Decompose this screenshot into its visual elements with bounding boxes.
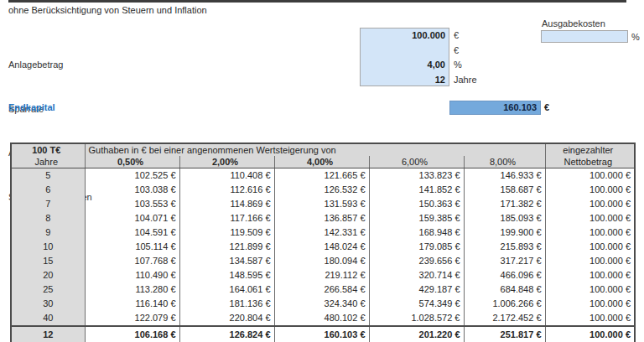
- rate-header-400: 4,00%: [274, 156, 369, 168]
- value-cell: 106.168 €: [85, 326, 179, 342]
- value-cell: 121.899 €: [179, 240, 274, 254]
- value-cell: 266.584 €: [274, 282, 369, 297]
- value-cell: 201.220 €: [369, 326, 464, 342]
- year-cell: 12: [11, 326, 85, 342]
- rate-header-600: 6,00%: [369, 156, 464, 168]
- year-cell: 40: [11, 311, 85, 326]
- value-cell: 199.900 €: [464, 225, 545, 240]
- value-cell: 324.340 €: [274, 297, 369, 311]
- value-cell: 100.000 €: [545, 254, 635, 268]
- value-cell: 684.848 €: [464, 282, 545, 297]
- table-row: 7103.553 €114.869 €131.593 €150.363 €171…: [11, 197, 635, 211]
- value-cell: 179.085 €: [369, 240, 464, 254]
- value-cell: 103.038 €: [85, 183, 179, 197]
- value-cell: 100.000 €: [545, 311, 635, 326]
- value-cell: 164.061 €: [179, 282, 274, 297]
- value-cell: 113.280 €: [85, 282, 179, 297]
- value-cell: 215.893 €: [464, 240, 545, 254]
- value-cell: 317.217 €: [464, 254, 545, 268]
- value-cell: 116.140 €: [85, 297, 179, 311]
- value-cell: 168.948 €: [369, 225, 464, 240]
- table-row: 15107.768 €134.587 €180.094 €239.656 €31…: [11, 254, 635, 268]
- table-row: 8104.071 €117.166 €136.857 €159.385 €185…: [11, 211, 635, 225]
- value-cell: 1.028.572 €: [369, 311, 464, 326]
- value-cell: 160.103 €: [274, 326, 369, 342]
- year-cell: 20: [11, 268, 85, 282]
- value-cell: 219.112 €: [274, 268, 369, 282]
- value-cell: 104.591 €: [85, 225, 179, 240]
- nettobetrag-header-bottom: Nettobetrag: [545, 156, 635, 168]
- value-cell: 100.000 €: [545, 282, 635, 297]
- value-cell: 100.000 €: [545, 197, 635, 211]
- value-cell: 100.000 €: [545, 168, 635, 184]
- corner-header: 100 T€: [11, 143, 85, 156]
- value-cell: 220.804 €: [179, 311, 274, 326]
- table-row: 40122.079 €220.804 €480.102 €1.028.572 €…: [11, 311, 635, 326]
- rate-header-200: 2,00%: [179, 156, 274, 168]
- sparrate-input[interactable]: [361, 44, 449, 59]
- table-row: 10105.114 €121.899 €148.024 €179.085 €21…: [11, 240, 635, 254]
- value-cell: 181.136 €: [179, 297, 274, 311]
- nettobetrag-header-top: eingezahlter: [545, 143, 635, 156]
- value-cell: 100.000 €: [545, 183, 635, 197]
- value-cell: 239.656 €: [369, 254, 464, 268]
- anlageerfolg-input[interactable]: 4,00: [361, 58, 449, 73]
- table-body: 5102.525 €110.408 €121.665 €133.823 €146…: [11, 168, 635, 342]
- value-cell: 107.768 €: [85, 254, 179, 268]
- value-cell: 114.869 €: [179, 197, 274, 211]
- value-cell: 142.331 €: [274, 225, 369, 240]
- year-cell: 5: [11, 168, 85, 184]
- year-cell: 7: [11, 197, 85, 211]
- value-cell: 2.172.452 €: [464, 311, 545, 326]
- year-cell: 15: [11, 254, 85, 268]
- ausgabekosten-label: Ausgabekosten: [542, 18, 605, 28]
- value-cell: 148.595 €: [179, 268, 274, 282]
- table-row: 5102.525 €110.408 €121.665 €133.823 €146…: [11, 168, 635, 184]
- value-cell: 103.553 €: [85, 197, 179, 211]
- table-highlight-row: 12106.168 €126.824 €160.103 €201.220 €25…: [11, 326, 635, 342]
- table-row: 9104.591 €119.509 €142.331 €168.948 €199…: [11, 225, 635, 240]
- sheet-subtitle: ohne Berücksichtigung von Steuern und In…: [8, 5, 207, 15]
- value-cell: 480.102 €: [274, 311, 369, 326]
- value-cell: 146.933 €: [464, 168, 545, 184]
- span-header: Guthaben in € bei einer angenommenen Wer…: [85, 143, 545, 156]
- value-cell: 134.587 €: [179, 254, 274, 268]
- value-cell: 466.096 €: [464, 268, 545, 282]
- anlagebetrag-input[interactable]: 100.000: [361, 28, 449, 44]
- value-cell: 150.363 €: [369, 197, 464, 211]
- value-cell: 180.094 €: [274, 254, 369, 268]
- spreadsheet-page: { "subtitle": "ohne Berücksichtigung von…: [0, 0, 644, 342]
- ausgabekosten-input[interactable]: [541, 30, 628, 43]
- year-cell: 30: [11, 297, 85, 311]
- value-cell: 171.382 €: [464, 197, 545, 211]
- value-cell: 102.525 €: [85, 168, 179, 184]
- input-field-block: 100.000 4,00 12: [360, 28, 449, 86]
- value-cell: 1.006.266 €: [464, 297, 545, 311]
- endkapital-unit: €: [544, 102, 549, 112]
- value-cell: 121.665 €: [274, 168, 369, 184]
- top-divider-bar: [8, 0, 626, 3]
- value-cell: 112.616 €: [179, 183, 274, 197]
- year-cell: 25: [11, 282, 85, 297]
- value-cell: 110.408 €: [179, 168, 274, 184]
- value-cell: 100.000 €: [545, 225, 635, 240]
- endkapital-label: Endkapital: [8, 102, 55, 112]
- table-row: 25113.280 €164.061 €266.584 €429.187 €68…: [11, 282, 635, 297]
- jahre-header: Jahre: [11, 156, 85, 168]
- value-cell: 117.166 €: [179, 211, 274, 225]
- value-cell: 251.817 €: [464, 326, 545, 342]
- value-cell: 136.857 €: [274, 211, 369, 225]
- value-cell: 119.509 €: [179, 225, 274, 240]
- year-cell: 6: [11, 183, 85, 197]
- value-cell: 185.093 €: [464, 211, 545, 225]
- value-cell: 159.385 €: [369, 211, 464, 225]
- table-row: 20110.490 €148.595 €219.112 €320.714 €46…: [11, 268, 635, 282]
- value-cell: 126.532 €: [274, 183, 369, 197]
- value-cell: 122.079 €: [85, 311, 179, 326]
- value-cell: 100.000 €: [545, 240, 635, 254]
- value-cell: 158.687 €: [464, 183, 545, 197]
- spardauer-unit: Jahre: [454, 73, 477, 88]
- sparrate-unit: €: [454, 44, 477, 59]
- year-cell: 8: [11, 211, 85, 225]
- spardauer-input[interactable]: 12: [361, 73, 449, 88]
